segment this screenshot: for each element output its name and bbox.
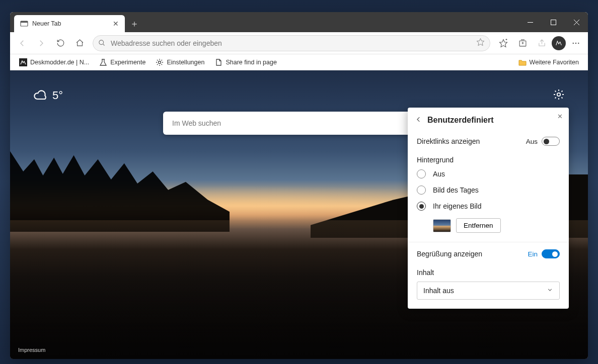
greeting-label: Begrüßung anzeigen: [417, 250, 482, 258]
svg-marker-8: [477, 38, 484, 45]
share-button[interactable]: [533, 35, 551, 52]
bookmarks-overflow-label: Weitere Favoriten: [530, 59, 579, 66]
custom-image-row: Entfernen: [408, 214, 569, 240]
divider: [408, 242, 569, 242]
new-tab-button[interactable]: ＋: [127, 16, 142, 31]
background-heading: Hintergrund: [408, 151, 569, 166]
address-bar[interactable]: [93, 35, 490, 51]
row-greeting: Begrüßung anzeigen Ein: [408, 244, 569, 263]
search-icon: [98, 39, 106, 47]
panel-close-icon[interactable]: ✕: [557, 113, 563, 120]
gear-icon: [553, 88, 565, 101]
svg-point-16: [575, 42, 576, 43]
svg-point-17: [578, 42, 579, 43]
panel-back-icon[interactable]: [415, 116, 422, 125]
bookmarks-overflow[interactable]: Weitere Favoriten: [514, 56, 583, 68]
greeting-toggle[interactable]: [542, 249, 560, 258]
weather-widget[interactable]: 5°: [33, 88, 63, 103]
favorite-star-icon[interactable]: [476, 38, 485, 48]
bookmark-label: Einstellungen: [167, 59, 204, 66]
bg-option-label: Aus: [433, 170, 445, 178]
radio-icon: [417, 169, 426, 178]
bg-option-bild-des-tages[interactable]: Bild des Tages: [408, 182, 569, 198]
bookmark-sharefind[interactable]: Share find in page: [210, 56, 280, 68]
svg-point-21: [557, 93, 560, 96]
directlinks-label: Direktlinks anzeigen: [417, 137, 480, 145]
address-input[interactable]: [111, 39, 471, 47]
page-settings-button[interactable]: [553, 88, 565, 103]
settings-panel: ✕ Benutzerdefiniert Direktlinks anzeigen…: [408, 108, 569, 309]
panel-header: Benutzerdefiniert: [408, 114, 569, 132]
web-search-input[interactable]: [172, 119, 426, 127]
collections-button[interactable]: [513, 35, 532, 52]
back-button[interactable]: [13, 35, 31, 52]
svg-point-6: [99, 40, 104, 45]
titlebar: Neuer Tab ✕ ＋: [10, 12, 588, 32]
home-button[interactable]: [70, 35, 89, 52]
bookmark-label: Deskmodder.de | N...: [30, 59, 89, 66]
web-search-box[interactable]: [163, 112, 435, 135]
newtab-content: 5° Impressum ✕ Benutzerdefiniert Direktl…: [10, 70, 588, 359]
forward-button[interactable]: [32, 35, 50, 52]
svg-point-15: [573, 42, 574, 43]
bookmark-label: Experimente: [110, 59, 145, 66]
background-trees: [10, 151, 230, 232]
svg-point-20: [159, 61, 161, 63]
tab-favicon: [20, 20, 28, 28]
tab-title: Neuer Tab: [32, 20, 61, 27]
bg-option-eigenes-bild[interactable]: Ihr eigenes Bild: [408, 198, 569, 214]
content-heading: Inhalt: [408, 263, 569, 279]
radio-icon: [417, 202, 426, 211]
minimize-button[interactable]: [518, 12, 542, 32]
bookmarks-bar: Deskmodder.de | N... Experimente Einstel…: [10, 54, 588, 70]
bookmark-einstellungen[interactable]: Einstellungen: [152, 56, 208, 68]
menu-button[interactable]: [567, 35, 585, 52]
background-thumbnail[interactable]: [433, 219, 451, 232]
svg-marker-9: [500, 39, 507, 47]
bg-option-label: Ihr eigenes Bild: [433, 202, 482, 210]
window-controls: [518, 12, 588, 32]
toolbar: [10, 32, 588, 54]
directlinks-toggle[interactable]: [542, 137, 560, 146]
panel-title: Benutzerdefiniert: [427, 116, 494, 125]
bg-option-aus[interactable]: Aus: [408, 166, 569, 182]
bookmark-experimente[interactable]: Experimente: [95, 56, 150, 68]
refresh-button[interactable]: [51, 35, 69, 52]
directlinks-state: Aus: [526, 138, 538, 145]
radio-icon: [417, 186, 426, 195]
maximize-button[interactable]: [542, 12, 565, 32]
cloud-icon: [33, 88, 47, 103]
bg-option-label: Bild des Tages: [433, 186, 479, 194]
profile-button[interactable]: [552, 36, 566, 50]
remove-image-button[interactable]: Entfernen: [456, 218, 501, 233]
svg-line-7: [103, 44, 104, 45]
greeting-state: Ein: [528, 250, 538, 258]
tab-close-icon[interactable]: ✕: [113, 20, 119, 28]
weather-temp: 5°: [52, 89, 63, 102]
content-selected: Inhalt aus: [423, 287, 454, 295]
svg-rect-1: [21, 21, 28, 23]
browser-window: Neuer Tab ✕ ＋: [10, 12, 588, 359]
bookmark-deskmodder[interactable]: Deskmodder.de | N...: [15, 56, 93, 68]
chevron-down-icon: [547, 287, 553, 295]
close-window-button[interactable]: [565, 12, 588, 32]
bookmark-label: Share find in page: [226, 59, 276, 66]
row-directlinks: Direktlinks anzeigen Aus: [408, 132, 569, 151]
favorites-button[interactable]: [494, 35, 512, 52]
impressum-link[interactable]: Impressum: [18, 347, 45, 353]
svg-rect-3: [551, 20, 556, 25]
browser-tab[interactable]: Neuer Tab ✕: [14, 15, 125, 32]
content-select[interactable]: Inhalt aus: [417, 282, 560, 300]
